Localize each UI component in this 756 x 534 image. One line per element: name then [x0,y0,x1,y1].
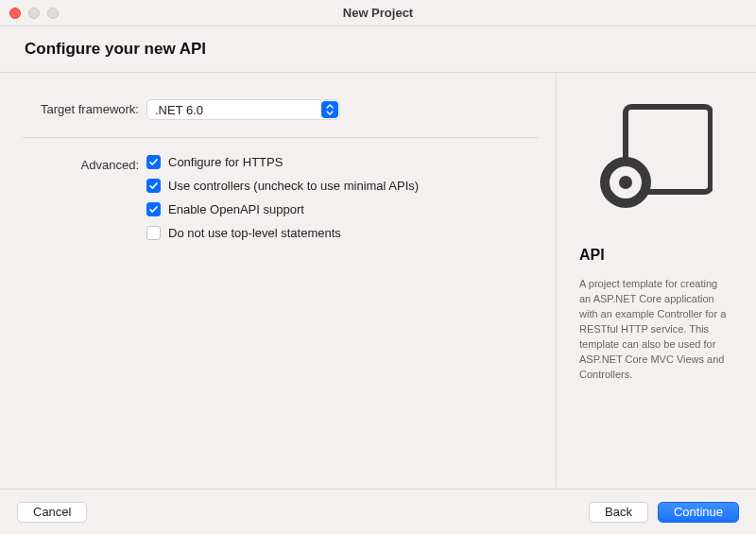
check-no-top-level-statements[interactable]: Do not use top-level statements [146,226,539,240]
target-framework-value: .NET 6.0 [147,103,321,117]
dropdown-chevrons-icon [321,101,338,118]
zoom-window-icon [47,8,59,19]
check-enable-openapi[interactable]: Enable OpenAPI support [146,202,539,216]
footer: Cancel Back Continue [0,489,756,534]
window-title: New Project [0,6,756,20]
check-configure-https[interactable]: Configure for HTTPS [146,155,539,169]
preview-description: A project template for creating an ASP.N… [579,277,731,383]
target-framework-label: Target framework: [0,99,146,116]
svg-point-3 [619,176,632,189]
checkbox-label: Use controllers (uncheck to use minimal … [168,179,419,193]
form-panel: Target framework: .NET 6.0 Advanced: Co [0,73,556,489]
api-template-icon [599,101,713,215]
advanced-label: Advanced: [0,155,146,172]
check-use-controllers[interactable]: Use controllers (uncheck to use minimal … [146,179,539,193]
close-window-icon[interactable] [9,8,21,19]
divider [23,137,539,138]
preview-panel: API A project template for creating an A… [556,73,756,489]
continue-button[interactable]: Continue [658,502,739,523]
checkbox-icon [146,155,161,169]
page-title: Configure your new API [25,40,731,59]
titlebar: New Project [0,0,756,26]
checkbox-label: Do not use top-level statements [168,226,341,240]
checkbox-icon [146,202,161,216]
preview-title: API [579,247,731,264]
checkbox-icon [146,226,161,240]
window-controls [0,8,59,19]
checkbox-label: Configure for HTTPS [168,155,283,169]
page-header: Configure your new API [0,26,756,73]
cancel-button[interactable]: Cancel [17,502,87,523]
back-button[interactable]: Back [589,502,648,523]
checkbox-label: Enable OpenAPI support [168,202,304,216]
checkbox-icon [146,179,161,193]
minimize-window-icon [28,8,40,19]
target-framework-select[interactable]: .NET 6.0 [146,99,340,120]
